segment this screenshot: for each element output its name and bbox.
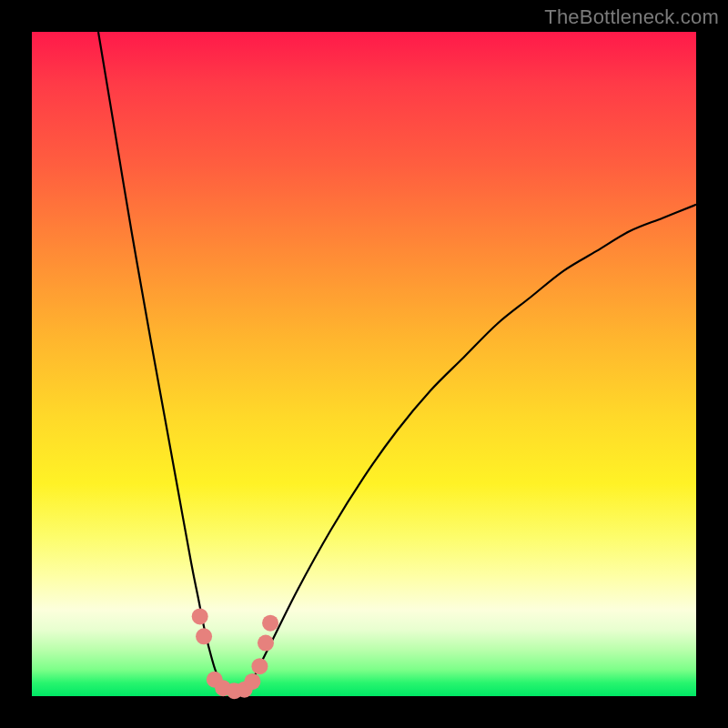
chart-frame: TheBottleneck.com [0,0,728,728]
plot-area [32,32,696,696]
data-marker [244,673,260,690]
data-marker [251,658,268,674]
bottleneck-curve [98,32,696,696]
watermark-text: TheBottleneck.com [544,5,719,29]
data-marker [258,635,274,652]
data-marker [196,628,212,644]
curve-svg [32,32,696,696]
data-marker [192,608,208,624]
data-marker [262,615,278,632]
